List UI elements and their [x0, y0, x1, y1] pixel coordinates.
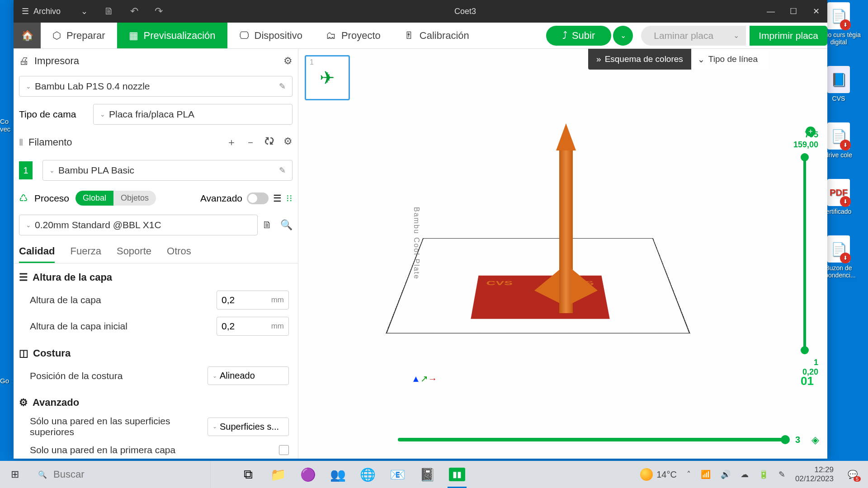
advanced-toggle[interactable] — [247, 192, 269, 204]
hamburger-icon: ☰ — [22, 6, 29, 16]
tab-device[interactable]: 🖵Dispositivo — [227, 23, 314, 48]
sidebar: 🖨 Impresora ⚙ ⌄ Bambu Lab P1S 0.4 nozzle… — [14, 49, 298, 459]
redo-icon[interactable]: ↷ — [146, 5, 171, 17]
notifications-button[interactable]: 💬5 — [844, 465, 862, 483]
hslider-knob[interactable] — [781, 435, 790, 444]
chevron-down-icon: ⌄ — [212, 373, 217, 379]
volume-icon[interactable]: 🔊 — [721, 469, 731, 479]
onedrive-icon[interactable]: ☁ — [741, 469, 749, 479]
scheme-value: Tipo de línea — [708, 54, 758, 64]
edge-app[interactable]: 🌐 — [353, 461, 382, 488]
weather-icon — [640, 468, 653, 481]
upload-button[interactable]: ⤴Subir — [546, 26, 611, 46]
group-advanced: ⚙Avanzado — [14, 389, 298, 412]
file-menu[interactable]: ☰ Archivo ⌄ — [14, 0, 96, 23]
tab-prepare[interactable]: ⬡Preparar — [41, 23, 117, 48]
taskbar-search[interactable]: 🔍 — [30, 461, 211, 488]
onenote-app[interactable]: 📓 — [412, 461, 442, 488]
scheme-label: Esquema de colores — [605, 54, 683, 64]
color-scheme-bar[interactable]: »Esquema de colores ⌄Tipo de línea — [588, 49, 769, 70]
desktop-icon-label: CVS — [832, 95, 845, 102]
home-button[interactable]: 🏠 — [14, 23, 41, 48]
first-layer-height-input[interactable]: mm — [217, 317, 289, 336]
edit-icon[interactable]: ✎ — [279, 165, 286, 175]
tab-support[interactable]: Soporte — [117, 245, 151, 263]
bed-select[interactable]: ⌄ Placa fria/placa PLA — [93, 104, 292, 125]
one-wall-first-checkbox[interactable] — [279, 445, 289, 455]
3d-viewport[interactable]: 1 ✈ »Esquema de colores ⌄Tipo de línea C… — [298, 49, 827, 459]
bed-value: Placa fria/placa PLA — [109, 109, 194, 120]
param-label: Sólo una pared en las superficies superi… — [30, 416, 208, 437]
gear-icon[interactable]: ⚙ — [283, 136, 292, 149]
param-label: Altura de la capa inicial — [30, 321, 217, 332]
one-wall-top-select[interactable]: ⌄Superficies s... — [208, 418, 289, 436]
upload-icon: ⤴ — [562, 30, 567, 42]
bambu-app[interactable]: ▮▮ — [442, 461, 472, 488]
print-button[interactable]: Imprimir placa — [750, 26, 827, 46]
gear-icon[interactable]: ⚙ — [283, 55, 292, 67]
wifi-icon[interactable]: 📶 — [701, 469, 711, 479]
layer-view-icon[interactable]: ◈ — [811, 434, 819, 446]
slider-knob-bottom[interactable] — [801, 346, 809, 354]
gear-icon: ⚙ — [19, 397, 28, 408]
add-icon[interactable]: ＋ — [226, 136, 236, 149]
minimize-button[interactable]: — — [760, 0, 782, 23]
first-layer-height-field[interactable] — [222, 321, 271, 332]
outlook-app[interactable]: 📧 — [382, 461, 412, 488]
close-button[interactable]: ✕ — [805, 0, 827, 23]
list-icon[interactable]: ☰ — [273, 193, 282, 204]
save-preset-icon[interactable]: 🗎 — [262, 219, 272, 231]
desktop-icon-label: ertificado — [826, 208, 852, 215]
tab-strength[interactable]: Fuerza — [70, 245, 101, 263]
explorer-app[interactable]: 📁 — [263, 461, 293, 488]
start-button[interactable]: ⊞ — [0, 461, 30, 488]
doc-icon: 📘 — [827, 66, 850, 93]
seam-position-select[interactable]: ⌄Alineado — [208, 366, 289, 385]
undo-icon[interactable]: ↶ — [122, 5, 146, 17]
layer-height-field[interactable] — [222, 295, 271, 305]
pill-global: Global — [75, 191, 113, 206]
teams-app[interactable]: 👥 — [323, 461, 353, 488]
chevron-down-icon: ⌄ — [49, 167, 55, 174]
preset-select[interactable]: ⌄ 0.20mm Standard @BBL X1C — [19, 215, 258, 235]
pdf-icon: 📄⬇ — [827, 122, 850, 150]
filament-select[interactable]: ⌄ Bambu PLA Basic ✎ — [42, 160, 292, 181]
maximize-button[interactable]: ☐ — [782, 0, 805, 23]
weather-widget[interactable]: 14°C — [640, 468, 677, 481]
tab-calibration[interactable]: 🎚Calibración — [392, 23, 481, 48]
slice-button[interactable]: Laminar placa — [641, 26, 726, 46]
search-input[interactable] — [53, 469, 202, 480]
settings-tabs: Calidad Fuerza Soporte Otros — [14, 239, 298, 263]
battery-icon[interactable]: 🔋 — [759, 469, 769, 479]
compare-icon[interactable]: ⁝⁝ — [286, 193, 292, 204]
horizontal-slider[interactable]: 3 — [398, 434, 800, 445]
tab-quality[interactable]: Calidad — [19, 245, 55, 263]
slice-dropdown[interactable]: ⌄ — [726, 26, 746, 46]
tab-label: Dispositivo — [255, 30, 302, 42]
upload-dropdown[interactable]: ⌄ — [613, 26, 633, 46]
tray-chevron-icon[interactable]: ˄ — [687, 469, 691, 479]
input-icon[interactable]: ✎ — [778, 469, 785, 479]
global-objects-toggle[interactable]: Global Objetos — [75, 191, 156, 206]
task-view-button[interactable]: ⧉ — [233, 461, 263, 488]
edit-icon[interactable]: ✎ — [279, 81, 286, 91]
slider-add-top[interactable]: + — [806, 127, 816, 136]
layer-slider-vertical[interactable]: + 795159,00 10,20 — [791, 130, 818, 377]
filament-slot-number[interactable]: 1 — [19, 161, 33, 179]
plate-thumbnail[interactable]: 1 ✈ — [305, 55, 350, 100]
process-section-header: ♺ Proceso Global Objetos Avanzado ☰ ⁝⁝ — [14, 185, 298, 211]
clock[interactable]: 12:29 02/12/2023 — [795, 465, 834, 484]
printer-select[interactable]: ⌄ Bambu Lab P1S 0.4 nozzle ✎ — [19, 76, 292, 97]
remove-icon[interactable]: － — [245, 136, 255, 149]
tab-others[interactable]: Otros — [167, 245, 191, 263]
model-rocket — [556, 123, 576, 322]
sync-icon[interactable]: 🗘 — [264, 136, 274, 149]
tab-project[interactable]: 🗂Proyecto — [314, 23, 392, 48]
layer-height-input[interactable]: mm — [217, 291, 289, 310]
tab-preview[interactable]: ▦Previsualización — [117, 23, 227, 48]
copilot-app[interactable]: 🟣 — [293, 461, 323, 488]
plate-label: Bambu Cool Plate — [412, 207, 420, 280]
slider-knob-top[interactable] — [801, 153, 809, 161]
save-icon[interactable]: 🗎 — [96, 5, 122, 17]
search-icon[interactable]: 🔍 — [280, 219, 292, 231]
